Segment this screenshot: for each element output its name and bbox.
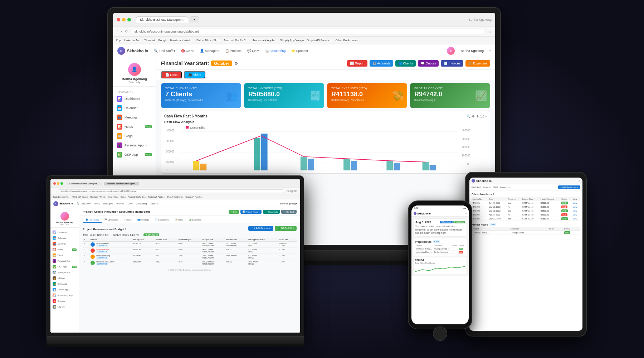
small-nav-crm[interactable]: CRM xyxy=(128,203,133,205)
bookmark-3[interactable]: Stripe Atlas - Skh... xyxy=(196,39,221,42)
small-bm-5[interactable]: Trademark Applic... xyxy=(148,196,165,198)
add-invoice-button[interactable]: + Add New Invoice xyxy=(558,185,580,189)
forward-button[interactable]: › xyxy=(121,29,122,33)
nav-managers[interactable]: 👤 Managers xyxy=(200,49,219,53)
small-forward[interactable]: › xyxy=(56,189,57,193)
tab-resources[interactable]: 👤 Resources xyxy=(83,217,102,223)
bill-button[interactable]: 💲 Bill $4.0 Hrs xyxy=(275,226,297,231)
bookmark-1[interactable]: Think with Google xyxy=(144,39,167,42)
tablet-menu[interactable]: ≡ xyxy=(579,180,580,182)
small-sidebar-personal[interactable]: 📱 Personal App xyxy=(50,258,79,264)
small-bm-3[interactable]: Stripe Atlas – Skh... xyxy=(108,196,126,198)
chart-fullscreen[interactable]: ⛶ xyxy=(480,115,484,118)
tab-documents[interactable]: 📄 Documents xyxy=(152,217,172,223)
tab-meetings[interactable]: 👥 Meetings xyxy=(135,217,152,223)
inv-view-1[interactable]: View xyxy=(572,201,580,205)
small-active-tab[interactable]: Skhokho Business Managem... xyxy=(67,182,102,185)
small-address-text[interactable]: skhokho.io/projects/create-innovation-ac… xyxy=(58,189,284,193)
bookmark-4[interactable]: Amazed Roof's Cri... xyxy=(224,39,250,42)
financials-button[interactable]: 💲 Financials xyxy=(263,210,280,214)
bookmark-6[interactable]: ShopifyAppDjango xyxy=(280,39,304,42)
chart-zoom-out[interactable]: 🔍 xyxy=(467,115,470,118)
small-sidebar-hr[interactable]: 🧑 HR App xyxy=(50,275,79,281)
small-maximize[interactable] xyxy=(60,182,63,185)
small-sidebar-accounting[interactable]: 📊 Accounting App xyxy=(50,292,79,298)
chart-download[interactable]: ⬇ xyxy=(476,115,479,118)
accounts-button[interactable]: 🏦 Accounts xyxy=(370,60,393,67)
expenses-button[interactable]: 🛒 Expenses xyxy=(465,60,490,67)
small-bm-2[interactable]: Howitzer - World... xyxy=(90,196,106,198)
active-tab[interactable]: Skhokho Business Managem... xyxy=(136,16,188,23)
tab-expenses[interactable]: 💸 Expenses xyxy=(186,217,204,223)
small-sidebar-meetings[interactable]: 👥 Meetings xyxy=(50,241,79,247)
small-nav-find[interactable]: 🔍 Find Stuff ▾ xyxy=(77,202,91,205)
sidebar-item-meetings[interactable]: 👥 Meetings xyxy=(113,113,156,122)
inv-view-4[interactable]: View xyxy=(572,213,580,217)
small-minimize[interactable] xyxy=(57,182,59,185)
small-bm-0[interactable]: Zopto LinkedIn Au... xyxy=(53,196,70,198)
user-menu-arrow[interactable]: ▾ xyxy=(489,49,491,52)
tablet-nav-find[interactable]: Find Stuff xyxy=(472,186,481,188)
small-sidebar-project[interactable]: 📋 Project App xyxy=(50,287,79,292)
small-sidebar-manager[interactable]: 👔 Manager App xyxy=(50,270,79,275)
nav-projects[interactable]: 📋 Projects xyxy=(225,49,241,53)
small-sidebar-blogs[interactable]: 📰 Blogs xyxy=(50,252,79,258)
user-profile[interactable]: Bertha Kgokong xyxy=(468,18,492,21)
nav-crm[interactable]: 💬 CRM xyxy=(247,49,259,53)
inv-view-2[interactable]: View xyxy=(572,205,580,209)
docs-button[interactable]: 📄 Docs xyxy=(161,71,182,78)
back-button[interactable]: ‹ xyxy=(117,29,118,33)
small-bm-6[interactable]: ShopifyAppDjango xyxy=(167,196,184,198)
small-nav-okrs[interactable]: OKRs xyxy=(94,203,100,205)
row3-rate-badge[interactable]: EDIT RATES xyxy=(96,256,108,259)
chart-menu[interactable]: ≡ xyxy=(485,115,487,118)
bookmark-0[interactable]: Zopto LinkedIn Au... xyxy=(116,39,141,42)
nav-sponsor[interactable]: ⭐ Sponsor xyxy=(291,49,308,53)
sidebar-item-calendar[interactable]: 📅 Calendar xyxy=(113,103,156,113)
clients-button[interactable]: 👥 Clients xyxy=(395,60,416,67)
small-bm-4[interactable]: Amazed Roof's Cri... xyxy=(128,196,146,198)
bookmark-2[interactable]: Howitzer - World... xyxy=(170,39,194,42)
small-bm-1[interactable]: Think with Google xyxy=(72,196,88,198)
small-nav-projects[interactable]: Projects xyxy=(116,203,124,205)
add-resource-button[interactable]: 👤+ Add Resource xyxy=(248,226,273,231)
phone-home-button[interactable] xyxy=(433,326,447,341)
inv-view-3[interactable]: View xyxy=(572,209,580,213)
tab-notes[interactable]: 📝 Notes xyxy=(172,217,186,223)
invoices-button[interactable]: 🧾 Invoices xyxy=(441,60,463,67)
bookmark-icon[interactable]: ☆ xyxy=(488,29,492,33)
small-nav-sponsor[interactable]: Sponsor xyxy=(150,203,158,205)
tablet-nav-projects[interactable]: Projects xyxy=(483,186,491,188)
reload-button[interactable]: ↺ xyxy=(125,29,128,33)
row1-rate-badge[interactable]: EDIT RATES xyxy=(96,244,108,247)
small-back[interactable]: ‹ xyxy=(53,189,54,193)
tablet-nav-crm[interactable]: CRM xyxy=(493,186,498,188)
small-nav-accounting[interactable]: Accounting xyxy=(136,203,147,205)
small-sidebar-sales[interactable]: 💰 Sales App xyxy=(50,281,79,287)
nav-accounting[interactable]: 📊 Accounting xyxy=(265,49,286,53)
chart-zoom-in[interactable]: ⊕ xyxy=(472,115,475,118)
maximize-button[interactable] xyxy=(127,18,131,21)
minimize-button[interactable] xyxy=(122,18,126,21)
small-sidebar-okr[interactable]: ✅ OKR App NEW xyxy=(50,264,79,270)
close-button[interactable] xyxy=(117,18,120,21)
bookmark-5[interactable]: Trademark Applic... xyxy=(253,39,277,42)
small-sidebar-dashboard[interactable]: 📊 Dashboard xyxy=(50,229,79,235)
small-inactive-tab[interactable]: Skhokho Business Managem... xyxy=(104,182,140,185)
bookmark-7[interactable]: Graph API Facebo... xyxy=(307,39,332,42)
quotes-button[interactable]: 💬 Quotes xyxy=(418,60,439,67)
tab-tasks[interactable]: ✓ Tasks xyxy=(121,217,135,223)
sidebar-item-blogs[interactable]: 📰 Blogs xyxy=(113,131,156,141)
sidebar-item-okr[interactable]: ✅ OKR App NEW xyxy=(113,150,156,159)
row2-rate-badge[interactable]: EDIT RATES xyxy=(96,250,108,253)
small-sidebar-notes[interactable]: 📝 Notes NEW xyxy=(50,247,79,252)
small-close[interactable] xyxy=(53,182,56,185)
user-avatar[interactable]: B xyxy=(447,47,455,55)
nav-find-stuff[interactable]: 🔍 Find Stuff ▾ xyxy=(154,49,175,53)
video-button[interactable]: 🎥 Video xyxy=(184,71,205,78)
edit-button[interactable]: ✏ Edit xyxy=(229,210,239,214)
small-sidebar-sponsor[interactable]: ⭐ Sponsor xyxy=(50,298,79,304)
small-bm-7[interactable]: Graph API Facebo... xyxy=(185,196,203,198)
tablet-nav-accounting[interactable]: Accounting xyxy=(500,186,511,188)
small-sidebar-calendar[interactable]: 📅 Calendar xyxy=(50,235,79,241)
